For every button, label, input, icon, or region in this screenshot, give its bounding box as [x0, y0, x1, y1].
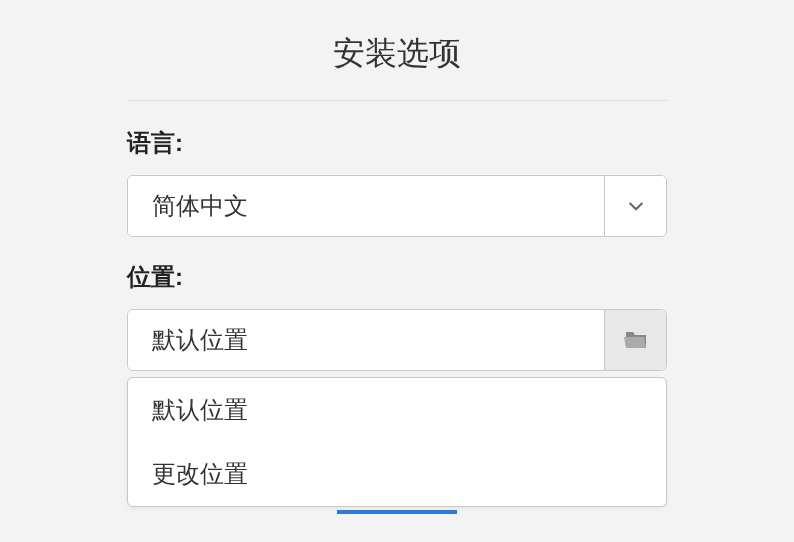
location-dropdown: 默认位置 更改位置: [127, 377, 667, 507]
language-select[interactable]: 简体中文: [127, 175, 667, 237]
progress-indicator: [337, 510, 457, 514]
chevron-down-icon: [626, 196, 646, 216]
location-label: 位置:: [127, 261, 667, 293]
language-field: 语言: 简体中文: [127, 127, 667, 237]
location-input-wrap: [127, 309, 667, 371]
folder-icon: [624, 330, 648, 350]
install-options-panel: 安装选项 语言: 简体中文 位置: 默认位置 更改位置: [127, 0, 667, 371]
location-field: 位置: 默认位置 更改位置: [127, 261, 667, 371]
location-input[interactable]: [128, 310, 604, 370]
page-title: 安装选项: [127, 32, 667, 100]
location-option-change[interactable]: 更改位置: [128, 442, 666, 506]
title-divider: [127, 100, 667, 101]
browse-folder-button[interactable]: [604, 310, 666, 370]
language-dropdown-button[interactable]: [604, 176, 666, 236]
language-label: 语言:: [127, 127, 667, 159]
language-value: 简体中文: [128, 176, 604, 236]
location-option-default[interactable]: 默认位置: [128, 378, 666, 442]
